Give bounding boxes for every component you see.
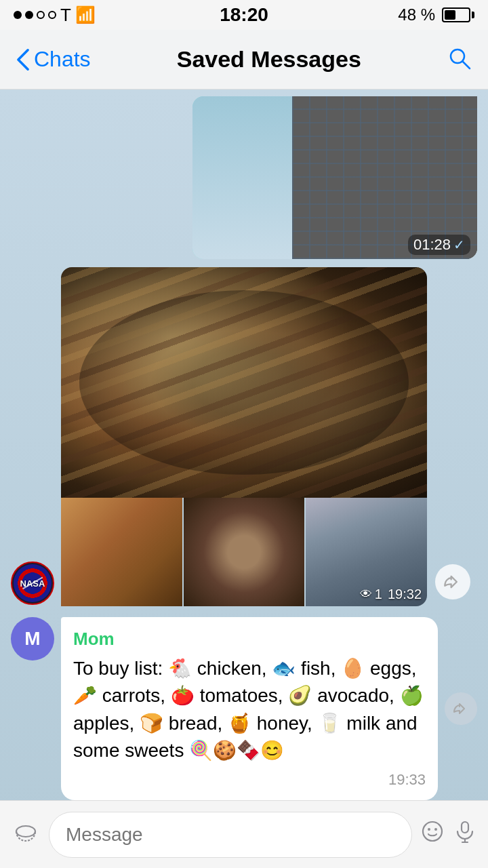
mom-message-row: M Mom To buy list: 🐔 chicken, 🐟 fish, 🥚 …	[0, 614, 488, 803]
wifi-icon: 📶	[75, 5, 96, 24]
status-time: 18:20	[220, 4, 268, 26]
battery-area: 48 %	[398, 5, 474, 24]
mom-bubble: Mom To buy list: 🐔 chicken, 🐟 fish, 🥚 eg…	[61, 617, 438, 800]
jupiter-bubble[interactable]: 👁 1 19:32	[61, 267, 427, 606]
emoji-button[interactable]	[420, 819, 445, 850]
timestamp-text: 01:28	[413, 236, 451, 254]
thumbnail-2[interactable]	[184, 498, 305, 606]
battery-icon	[442, 7, 474, 22]
emoji-icon	[420, 819, 445, 844]
chat-area: 01:28 ✓ NASA	[0, 90, 488, 868]
jupiter-main-image	[61, 267, 427, 498]
jupiter-photo-group: NASA	[0, 267, 488, 612]
forward-icon	[453, 701, 469, 717]
photo-timestamp: 01:28 ✓	[408, 235, 470, 255]
forward-button[interactable]	[435, 564, 470, 599]
check-mark-icon: ✓	[453, 237, 465, 253]
back-label: Chats	[34, 47, 91, 72]
mom-timestamp: 19:33	[388, 769, 426, 791]
search-button[interactable]	[447, 46, 472, 73]
avatar-m-letter: M	[24, 628, 40, 650]
nav-bar: Chats Saved Messages	[0, 30, 488, 90]
microphone-button[interactable]	[453, 819, 477, 850]
search-icon	[447, 46, 472, 71]
eye-icon: 👁	[360, 587, 372, 601]
thumbnail-1[interactable]	[61, 498, 182, 606]
signal-dot-4	[48, 11, 56, 19]
mom-forward-btn[interactable]	[445, 692, 477, 725]
svg-point-4	[428, 828, 430, 831]
attach-button[interactable]	[11, 816, 41, 852]
svg-point-2	[16, 826, 35, 837]
nasa-avatar: NASA	[11, 561, 54, 605]
svg-point-3	[423, 822, 442, 841]
mom-sender: Mom	[73, 627, 426, 652]
avatar-m: M	[11, 617, 54, 660]
forward-icon	[443, 572, 462, 591]
building-photo-bubble[interactable]: 01:28 ✓	[192, 96, 477, 259]
signal-dot-3	[37, 11, 45, 19]
jupiter-thumbnails: 👁 1 19:32	[61, 498, 427, 606]
building-photo-message: 01:28 ✓	[0, 96, 488, 264]
attach-icon	[14, 819, 38, 844]
thumbnail-timestamp: 19:32	[388, 587, 422, 602]
thumbnail-3[interactable]: 👁 1 19:32	[306, 498, 427, 606]
svg-point-0	[451, 50, 464, 63]
mom-text: To buy list: 🐔 chicken, 🐟 fish, 🥚 eggs, …	[73, 655, 426, 765]
view-count-overlay: 👁 1 19:32	[360, 587, 422, 602]
input-bar	[0, 800, 488, 868]
microphone-icon	[453, 819, 477, 844]
carrier-label: T	[60, 5, 71, 26]
chevron-left-icon	[16, 48, 30, 71]
signal-dot-2	[25, 11, 33, 19]
status-bar: T 📶 18:20 48 %	[0, 0, 488, 30]
back-button[interactable]: Chats	[16, 47, 91, 72]
page-title: Saved Messages	[177, 46, 361, 73]
view-count: 1	[375, 587, 382, 602]
svg-line-1	[463, 62, 470, 68]
signal-dot-1	[14, 11, 22, 19]
svg-point-5	[434, 828, 437, 831]
svg-rect-6	[462, 822, 468, 833]
battery-percentage: 48 %	[398, 5, 435, 24]
signal-carrier: T 📶	[14, 5, 96, 26]
message-input[interactable]	[49, 812, 412, 858]
